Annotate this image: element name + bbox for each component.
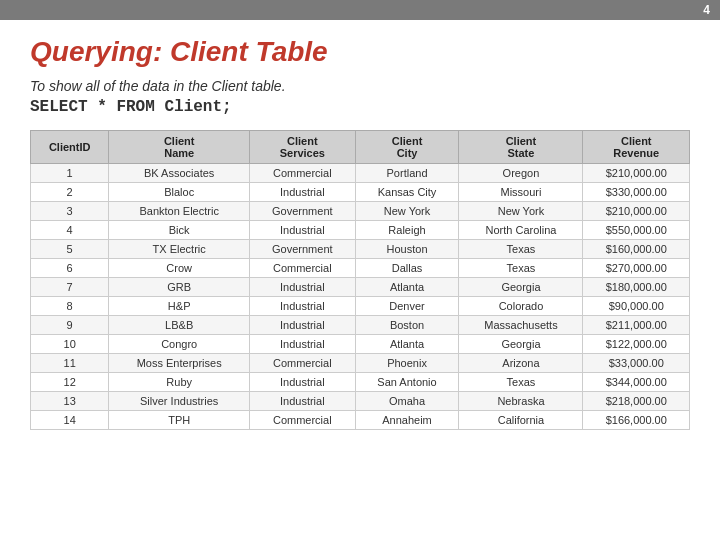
- client-table: ClientID ClientName ClientServices Clien…: [30, 130, 690, 430]
- cell-r10-c2: Congro: [109, 335, 250, 354]
- table-row: 7GRBIndustrialAtlantaGeorgia$180,000.00: [31, 278, 690, 297]
- cell-r4-c2: Bick: [109, 221, 250, 240]
- cell-r4-c5: North Carolina: [459, 221, 583, 240]
- cell-r10-c5: Georgia: [459, 335, 583, 354]
- table-row: 10CongroIndustrialAtlantaGeorgia$122,000…: [31, 335, 690, 354]
- cell-r14-c1: 14: [31, 411, 109, 430]
- cell-r5-c6: $160,000.00: [583, 240, 690, 259]
- cell-r1-c3: Commercial: [250, 164, 356, 183]
- cell-r3-c6: $210,000.00: [583, 202, 690, 221]
- cell-r8-c1: 8: [31, 297, 109, 316]
- table-row: 12RubyIndustrialSan AntonioTexas$344,000…: [31, 373, 690, 392]
- cell-r1-c5: Oregon: [459, 164, 583, 183]
- cell-r9-c6: $211,000.00: [583, 316, 690, 335]
- cell-r12-c4: San Antonio: [355, 373, 459, 392]
- cell-r4-c4: Raleigh: [355, 221, 459, 240]
- table-row: 11Moss EnterprisesCommercialPhoenixArizo…: [31, 354, 690, 373]
- query-text: SELECT * FROM Client;: [30, 98, 690, 116]
- cell-r14-c2: TPH: [109, 411, 250, 430]
- cell-r7-c1: 7: [31, 278, 109, 297]
- cell-r2-c2: Blaloc: [109, 183, 250, 202]
- cell-r8-c5: Colorado: [459, 297, 583, 316]
- cell-r4-c1: 4: [31, 221, 109, 240]
- cell-r5-c2: TX Electric: [109, 240, 250, 259]
- cell-r11-c5: Arizona: [459, 354, 583, 373]
- cell-r7-c5: Georgia: [459, 278, 583, 297]
- cell-r5-c3: Government: [250, 240, 356, 259]
- cell-r3-c1: 3: [31, 202, 109, 221]
- cell-r1-c6: $210,000.00: [583, 164, 690, 183]
- cell-r8-c3: Industrial: [250, 297, 356, 316]
- cell-r3-c4: New York: [355, 202, 459, 221]
- cell-r5-c1: 5: [31, 240, 109, 259]
- table-row: 5TX ElectricGovernmentHoustonTexas$160,0…: [31, 240, 690, 259]
- content: Querying: Client Table To show all of th…: [0, 20, 720, 440]
- cell-r13-c2: Silver Industries: [109, 392, 250, 411]
- cell-r10-c1: 10: [31, 335, 109, 354]
- cell-r1-c2: BK Associates: [109, 164, 250, 183]
- table-row: 13Silver IndustriesIndustrialOmahaNebras…: [31, 392, 690, 411]
- cell-r11-c1: 11: [31, 354, 109, 373]
- col-header-services: ClientServices: [250, 131, 356, 164]
- cell-r7-c3: Industrial: [250, 278, 356, 297]
- cell-r14-c3: Commercial: [250, 411, 356, 430]
- cell-r10-c6: $122,000.00: [583, 335, 690, 354]
- cell-r14-c5: California: [459, 411, 583, 430]
- col-header-city: ClientCity: [355, 131, 459, 164]
- subtitle: To show all of the data in the Client ta…: [30, 78, 690, 94]
- cell-r13-c4: Omaha: [355, 392, 459, 411]
- cell-r2-c5: Missouri: [459, 183, 583, 202]
- cell-r11-c2: Moss Enterprises: [109, 354, 250, 373]
- cell-r13-c6: $218,000.00: [583, 392, 690, 411]
- col-header-name: ClientName: [109, 131, 250, 164]
- slide: 4 Querying: Client Table To show all of …: [0, 0, 720, 540]
- table-row: 4BickIndustrialRaleighNorth Carolina$550…: [31, 221, 690, 240]
- cell-r13-c1: 13: [31, 392, 109, 411]
- cell-r9-c1: 9: [31, 316, 109, 335]
- cell-r10-c3: Industrial: [250, 335, 356, 354]
- cell-r6-c2: Crow: [109, 259, 250, 278]
- cell-r12-c2: Ruby: [109, 373, 250, 392]
- table-row: 3Bankton ElectricGovernmentNew YorkNew Y…: [31, 202, 690, 221]
- table-row: 1BK AssociatesCommercialPortlandOregon$2…: [31, 164, 690, 183]
- cell-r5-c4: Houston: [355, 240, 459, 259]
- cell-r7-c4: Atlanta: [355, 278, 459, 297]
- cell-r8-c6: $90,000.00: [583, 297, 690, 316]
- cell-r4-c6: $550,000.00: [583, 221, 690, 240]
- cell-r9-c5: Massachusetts: [459, 316, 583, 335]
- cell-r12-c6: $344,000.00: [583, 373, 690, 392]
- cell-r9-c2: LB&B: [109, 316, 250, 335]
- cell-r11-c6: $33,000.00: [583, 354, 690, 373]
- col-header-revenue: ClientRevenue: [583, 131, 690, 164]
- cell-r3-c5: New York: [459, 202, 583, 221]
- cell-r2-c6: $330,000.00: [583, 183, 690, 202]
- table-body: 1BK AssociatesCommercialPortlandOregon$2…: [31, 164, 690, 430]
- cell-r5-c5: Texas: [459, 240, 583, 259]
- cell-r11-c4: Phoenix: [355, 354, 459, 373]
- cell-r12-c3: Industrial: [250, 373, 356, 392]
- table-header-row: ClientID ClientName ClientServices Clien…: [31, 131, 690, 164]
- cell-r1-c1: 1: [31, 164, 109, 183]
- cell-r3-c2: Bankton Electric: [109, 202, 250, 221]
- top-bar: 4: [0, 0, 720, 20]
- slide-number: 4: [703, 3, 710, 17]
- cell-r14-c6: $166,000.00: [583, 411, 690, 430]
- cell-r10-c4: Atlanta: [355, 335, 459, 354]
- cell-r1-c4: Portland: [355, 164, 459, 183]
- table-row: 2BlalocIndustrialKansas CityMissouri$330…: [31, 183, 690, 202]
- table-row: 8H&PIndustrialDenverColorado$90,000.00: [31, 297, 690, 316]
- col-header-state: ClientState: [459, 131, 583, 164]
- cell-r9-c4: Boston: [355, 316, 459, 335]
- cell-r12-c5: Texas: [459, 373, 583, 392]
- cell-r7-c6: $180,000.00: [583, 278, 690, 297]
- cell-r7-c2: GRB: [109, 278, 250, 297]
- cell-r12-c1: 12: [31, 373, 109, 392]
- cell-r3-c3: Government: [250, 202, 356, 221]
- page-title: Querying: Client Table: [30, 36, 690, 68]
- cell-r6-c1: 6: [31, 259, 109, 278]
- cell-r4-c3: Industrial: [250, 221, 356, 240]
- cell-r8-c4: Denver: [355, 297, 459, 316]
- table-row: 9LB&BIndustrialBostonMassachusetts$211,0…: [31, 316, 690, 335]
- table-row: 14TPHCommercialAnnaheimCalifornia$166,00…: [31, 411, 690, 430]
- cell-r14-c4: Annaheim: [355, 411, 459, 430]
